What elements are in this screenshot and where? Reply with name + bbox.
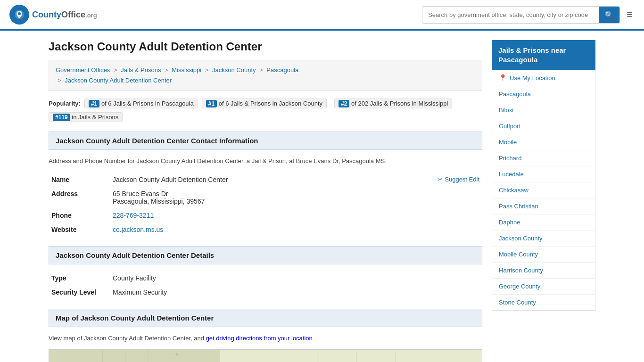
header-right: 🔍 ≡	[422, 6, 635, 24]
sidebar-link-jackson-county[interactable]: Jackson County	[499, 235, 543, 242]
sidebar-link-prichard[interactable]: Prichard	[499, 155, 521, 162]
map-section-header: Map of Jackson County Adult Detention Ce…	[49, 309, 482, 327]
breadcrumb-government-offices[interactable]: Government Offices	[56, 66, 110, 74]
sidebar-item-chickasaw: Chickasaw	[492, 182, 595, 198]
phone-label: Phone	[49, 208, 110, 222]
security-label: Security Level	[49, 285, 110, 299]
website-label: Website	[49, 222, 110, 237]
sidebar-link-stone-county[interactable]: Stone County	[499, 299, 536, 306]
page-title: Jackson County Adult Detention Center	[49, 40, 482, 53]
breadcrumb-jackson-county[interactable]: Jackson County	[212, 66, 256, 74]
rank-badge-1: #1	[89, 100, 99, 107]
contact-table: Name Jackson County Adult Detention Cent…	[49, 173, 482, 237]
popularity-item-3: #2 of 202 Jails & Prisons in Mississippi	[334, 99, 452, 108]
suggest-edit-link[interactable]: ✂ Suggest Edit	[438, 176, 479, 183]
sidebar-link-pascagoula[interactable]: Pascagoula	[499, 90, 531, 98]
rank-badge-2: #1	[206, 100, 217, 107]
sidebar-item-mobile: Mobile	[492, 134, 595, 150]
sidebar-link-daphne[interactable]: Daphne	[499, 219, 520, 226]
sidebar-link-george-county[interactable]: George County	[499, 283, 540, 290]
popularity-text-2: of 6 Jails & Prisons in Jackson County	[219, 100, 322, 107]
breadcrumb-sep-3: >	[205, 66, 210, 74]
rank-badge-3: #2	[339, 100, 349, 107]
details-table: Type County Facility Security Level Maxi…	[49, 271, 482, 299]
sidebar-item-prichard: Prichard	[492, 150, 595, 166]
main-container: Jackson County Adult Detention Center Go…	[39, 31, 605, 362]
suggest-edit-icon: ✂	[438, 176, 443, 183]
menu-icon: ≡	[627, 8, 633, 20]
sidebar-item-pass-christian: Pass Christian	[492, 198, 595, 214]
popularity-item-4: #119 in Jails & Prisons	[49, 112, 123, 122]
content-area: Jackson County Adult Detention Center Go…	[49, 40, 482, 362]
table-row-phone: Phone 228-769-3211	[49, 208, 482, 222]
breadcrumb: Government Offices > Jails & Prisons > M…	[49, 60, 482, 91]
sidebar-item-daphne: Daphne	[492, 214, 595, 230]
sidebar: Jails & Prisons near Pascagoula 📍 Use My…	[492, 40, 595, 362]
sidebar-link-lucedale[interactable]: Lucedale	[499, 171, 524, 178]
logo-text: CountyOffice.org	[32, 10, 97, 20]
table-row-security: Security Level Maximum Security	[49, 285, 482, 299]
table-row-type: Type County Facility	[49, 271, 482, 285]
breadcrumb-sep-2: >	[165, 66, 170, 74]
use-my-location-link[interactable]: Use My Location	[510, 74, 555, 82]
map-preview[interactable]: ↕ ⊕ Standard Parts	[49, 349, 482, 362]
details-section-header: Jackson County Adult Detention Center De…	[49, 246, 482, 264]
sidebar-link-gulfport[interactable]: Gulfport	[499, 123, 520, 130]
sidebar-item-stone-county: Stone County	[492, 295, 595, 310]
address-value: 65 Bruce Evans Dr Pascagoula, Mississipp…	[110, 187, 482, 208]
sidebar-link-mobile-county[interactable]: Mobile County	[499, 251, 538, 258]
logo-area: CountyOffice.org	[9, 5, 97, 25]
breadcrumb-sep-1: >	[114, 66, 119, 74]
menu-button[interactable]: ≡	[625, 7, 635, 23]
sidebar-header: Jails & Prisons near Pascagoula	[492, 40, 595, 70]
sidebar-link-pass-christian[interactable]: Pass Christian	[499, 203, 538, 210]
sidebar-item-pascagoula: Pascagoula	[492, 86, 595, 102]
table-row-website: Website co.jackson.ms.us	[49, 222, 482, 237]
sidebar-item-biloxi: Biloxi	[492, 102, 595, 118]
svg-rect-11	[278, 352, 420, 362]
breadcrumb-mississippi[interactable]: Mississippi	[172, 66, 201, 74]
sidebar-item-harrison-county: Harrison County	[492, 263, 595, 279]
location-icon: 📍	[499, 74, 507, 82]
sidebar-item-gulfport: Gulfport	[492, 118, 595, 134]
popularity-text-3: of 202 Jails & Prisons in Mississippi	[351, 100, 448, 107]
contact-section-header: Jackson County Adult Detention Center Co…	[49, 132, 482, 150]
map-right-tile: Standard Parts	[220, 350, 477, 362]
svg-text:⊕: ⊕	[175, 352, 179, 356]
table-row-name: Name Jackson County Adult Detention Cent…	[49, 173, 482, 187]
map-description: View map of Jackson County Adult Detenti…	[49, 334, 482, 343]
logo-icon	[9, 5, 29, 25]
phone-value: 228-769-3211	[110, 208, 482, 222]
sidebar-link-biloxi[interactable]: Biloxi	[499, 107, 513, 114]
driving-directions-link[interactable]: get driving directions from your locatio…	[206, 335, 313, 342]
sidebar-link-harrison-county[interactable]: Harrison County	[499, 267, 543, 274]
popularity-bar: Popularity: #1 of 6 Jails & Prisons in P…	[49, 99, 482, 122]
breadcrumb-current[interactable]: Jackson County Adult Detention Center	[65, 77, 172, 84]
type-value: County Facility	[110, 271, 482, 285]
popularity-item-1: #1 of 6 Jails & Prisons in Pascagoula	[84, 99, 198, 108]
use-my-location-item[interactable]: 📍 Use My Location	[492, 70, 595, 86]
sidebar-link-mobile[interactable]: Mobile	[499, 139, 517, 146]
breadcrumb-jails-prisons[interactable]: Jails & Prisons	[121, 66, 161, 74]
contact-description: Address and Phone Number for Jackson Cou…	[49, 156, 482, 166]
sidebar-item-lucedale: Lucedale	[492, 166, 595, 182]
sidebar-item-george-county: George County	[492, 279, 595, 295]
rank-badge-4: #119	[53, 114, 70, 121]
header: CountyOffice.org 🔍 ≡	[0, 0, 644, 31]
sidebar-item-mobile-county: Mobile County	[492, 247, 595, 263]
name-label: Name	[49, 173, 110, 187]
sidebar-list: 📍 Use My Location Pascagoula Biloxi Gulf…	[492, 70, 595, 311]
map-inner: ↕ ⊕ Standard Parts	[49, 350, 477, 362]
address-label: Address	[49, 187, 110, 208]
sidebar-link-chickasaw[interactable]: Chickasaw	[499, 187, 528, 194]
search-button[interactable]: 🔍	[599, 7, 619, 23]
security-value: Maximum Security	[110, 285, 482, 299]
breadcrumb-sep-4: >	[259, 66, 264, 74]
popularity-label: Popularity:	[49, 100, 81, 107]
table-row-address: Address 65 Bruce Evans Dr Pascagoula, Mi…	[49, 187, 482, 208]
breadcrumb-pascagoula[interactable]: Pascagoula	[266, 66, 298, 74]
phone-link[interactable]: 228-769-3211	[113, 212, 154, 219]
search-icon: 🔍	[604, 11, 614, 19]
website-link[interactable]: co.jackson.ms.us	[113, 226, 163, 233]
search-input[interactable]	[422, 8, 599, 22]
